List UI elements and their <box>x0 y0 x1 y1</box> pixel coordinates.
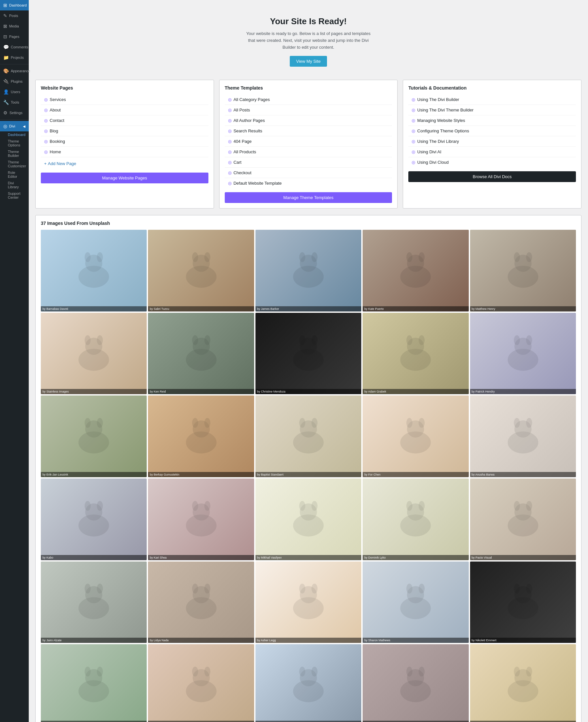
page-icon: ◎ <box>44 118 48 123</box>
divi-submenu: Dashboard Theme Options Theme Builder Th… <box>0 131 29 201</box>
image-credit: by Adam Grabek <box>363 389 468 394</box>
tutorial-link-divi-builder[interactable]: ◎ Using The Divi Builder <box>408 95 576 105</box>
tutorial-link-styles[interactable]: ◎ Managing Website Styles <box>408 116 576 126</box>
svg-point-46 <box>192 418 198 428</box>
svg-point-50 <box>299 418 306 428</box>
image-item: by Kate Puerto <box>363 230 468 311</box>
page-link-services[interactable]: ◎ Services <box>41 95 208 105</box>
template-link-cart[interactable]: ◎ Cart <box>225 157 392 168</box>
template-link-search[interactable]: ◎ Search Results <box>225 126 392 136</box>
svg-point-70 <box>299 501 306 511</box>
template-link-products[interactable]: ◎ All Products <box>225 147 392 157</box>
divi-arrow: ◀ <box>23 125 25 128</box>
sidebar-item-label: Appearance <box>11 69 30 73</box>
image-item: by Anna Ogiienko <box>148 644 254 722</box>
svg-point-38 <box>514 335 520 345</box>
add-new-page-link[interactable]: + Add New Page <box>41 159 208 169</box>
appearance-icon: 🎨 <box>3 68 9 74</box>
sidebar-item-pages[interactable]: ⊟ Pages <box>0 32 29 42</box>
svg-point-14 <box>406 252 413 262</box>
tutorial-link-cloud[interactable]: ◎ Using Divi Cloud <box>408 157 576 167</box>
svg-point-63 <box>97 501 103 511</box>
sidebar-item-comments[interactable]: 💬 Comments <box>0 42 29 52</box>
template-link-checkout[interactable]: ◎ Checkout <box>225 168 392 178</box>
svg-point-111 <box>311 667 317 677</box>
divi-sub-role-editor[interactable]: Role Editor <box>5 169 29 180</box>
page-link-contact[interactable]: ◎ Contact <box>41 116 208 126</box>
page-link-blog[interactable]: ◎ Blog <box>41 126 208 136</box>
tutorial-link-ai[interactable]: ◎ Using Divi AI <box>408 147 576 157</box>
image-item: by Erik-Jan Leusink <box>41 395 147 477</box>
tutorial-link-theme-builder[interactable]: ◎ Using The Divi Theme Builder <box>408 105 576 116</box>
sidebar-divider-2 <box>0 119 29 120</box>
sidebar-item-media[interactable]: ⊠ Media <box>0 21 29 32</box>
image-credit: by Christine Mendoza <box>255 389 361 394</box>
svg-point-2 <box>85 252 91 262</box>
dashboard-icon: ⊞ <box>3 3 7 8</box>
browse-divi-docs-button[interactable]: Browse All Divi Docs <box>408 171 576 182</box>
image-item: by David Manning <box>255 644 361 722</box>
sidebar-item-projects[interactable]: 📁 Projects <box>0 52 29 63</box>
images-section: 37 Images Used From Unsplash by Barnabas… <box>35 215 582 722</box>
image-credit: by Sije Roseneng <box>363 721 468 722</box>
image-item: by Asher Legg <box>255 561 361 643</box>
svg-point-114 <box>406 667 413 677</box>
divi-sub-theme-builder[interactable]: Theme Builder <box>5 148 29 159</box>
image-item: by Anusha Barwa <box>470 395 576 477</box>
svg-point-78 <box>514 501 520 511</box>
template-icon: ◎ <box>228 149 232 154</box>
sidebar-divider <box>0 64 29 64</box>
template-link-category[interactable]: ◎ All Category Pages <box>225 95 392 105</box>
divi-sub-theme-customizer[interactable]: Theme Customizer <box>5 159 29 169</box>
manage-theme-templates-button[interactable]: Manage Theme Templates <box>225 192 392 203</box>
template-icon: ◎ <box>228 160 232 165</box>
svg-point-34 <box>406 335 413 345</box>
divi-sub-divi-library[interactable]: Divi Library <box>5 180 29 190</box>
page-link-booking[interactable]: ◎ Booking <box>41 136 208 147</box>
image-credit: by Sabri Tuzcu <box>148 306 254 311</box>
sidebar-item-posts[interactable]: ✎ Posts <box>0 11 29 21</box>
tutorial-link-library[interactable]: ◎ Using The Divi Library <box>408 136 576 147</box>
sidebar-item-label: Tools <box>11 100 19 104</box>
svg-point-99 <box>526 584 532 594</box>
image-credit: by James Barker <box>255 306 361 311</box>
sidebar-item-settings[interactable]: ⚙ Settings <box>0 107 29 118</box>
page-link-home[interactable]: ◎ Home <box>41 147 208 157</box>
sidebar-item-divi[interactable]: ◎ Divi ◀ <box>0 121 29 131</box>
image-item: by Dominik Lyko <box>363 478 468 560</box>
manage-website-pages-button[interactable]: Manage Website Pages <box>41 172 208 183</box>
template-link-default[interactable]: ◎ Default Website Template <box>225 178 392 188</box>
view-site-button[interactable]: View My Site <box>290 56 327 67</box>
template-link-404[interactable]: ◎ 404 Page <box>225 136 392 147</box>
image-item: by Barnabas Davoti <box>41 230 147 311</box>
template-link-author[interactable]: ◎ All Author Pages <box>225 116 392 126</box>
sidebar-item-tools[interactable]: 🔧 Tools <box>0 97 29 107</box>
svg-point-86 <box>192 584 198 594</box>
svg-point-67 <box>204 501 210 511</box>
divi-sub-dashboard[interactable]: Dashboard <box>5 131 29 138</box>
image-credit: by Kate Puerto <box>363 306 468 311</box>
divi-sub-support-center[interactable]: Support Center <box>5 190 29 201</box>
tutorial-link-theme-options[interactable]: ◎ Configuring Theme Options <box>408 126 576 136</box>
theme-templates-card: Theme Templates ◎ All Category Pages ◎ A… <box>219 80 398 208</box>
posts-icon: ✎ <box>3 13 7 18</box>
image-credit: by Sharon Mathews <box>363 638 468 643</box>
svg-point-18 <box>514 252 520 262</box>
image-item: by Sije Roseneng <box>363 644 468 722</box>
image-credit: by Kabo <box>41 555 147 560</box>
sidebar-item-appearance[interactable]: 🎨 Appearance <box>0 66 29 76</box>
template-icon: ◎ <box>228 107 232 112</box>
sidebar-item-dashboard[interactable]: ⊞ Dashboard <box>0 0 29 11</box>
image-item: by Sharon Mathews <box>363 561 468 643</box>
divi-sub-theme-options[interactable]: Theme Options <box>5 138 29 148</box>
template-link-posts[interactable]: ◎ All Posts <box>225 105 392 116</box>
sidebar-item-plugins[interactable]: 🔌 Plugins <box>0 76 29 87</box>
main-content: Your Site Is Ready! Your website is read… <box>29 0 588 722</box>
svg-point-15 <box>419 252 425 262</box>
svg-point-23 <box>97 335 103 345</box>
comments-icon: 💬 <box>3 44 9 50</box>
sidebar-item-users[interactable]: 👤 Users <box>0 87 29 97</box>
image-item: by Kari Shea <box>148 478 254 560</box>
page-link-about[interactable]: ◎ About <box>41 105 208 116</box>
svg-point-6 <box>192 252 198 262</box>
